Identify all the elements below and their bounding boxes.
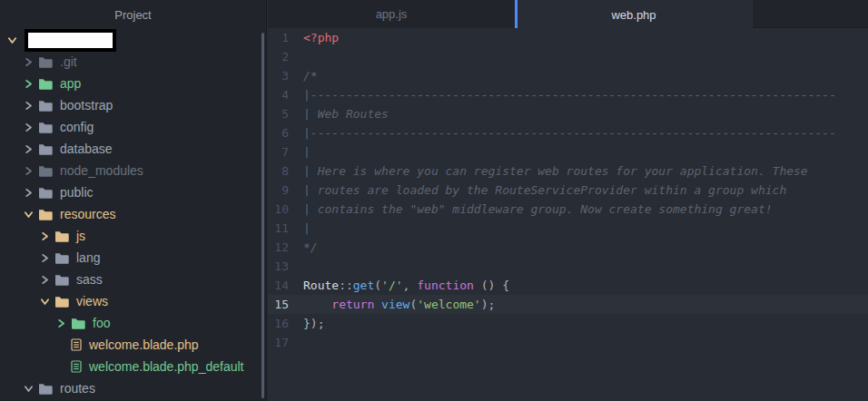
folder-icon (38, 122, 53, 133)
code-line-13[interactable]: 13 (268, 257, 868, 276)
line-number[interactable]: 8 (268, 161, 303, 181)
line-number[interactable]: 16 (268, 314, 303, 333)
tree-item-project-root[interactable] (0, 29, 266, 51)
code-line-5[interactable]: 5| Web Routes (268, 104, 868, 123)
line-number[interactable]: 6 (268, 123, 303, 142)
chevron-right-icon[interactable] (24, 57, 33, 66)
code-line-1[interactable]: 1<?php (268, 28, 868, 47)
chevron-right-icon[interactable] (56, 318, 65, 328)
tree-item-label: welcome.blade.php (89, 337, 199, 352)
chevron-down-icon[interactable] (24, 210, 33, 219)
folder-icon (54, 296, 69, 308)
tree-item-welcome-blade-php-default[interactable]: welcome.blade.php_default (0, 356, 266, 377)
tab-bar: app.js web.php (268, 0, 868, 28)
line-number[interactable]: 7 (268, 142, 303, 161)
code-line-text: Route::get('/', function () { (303, 276, 868, 295)
tree-item-database[interactable]: database (0, 138, 266, 160)
code-line-text (303, 333, 868, 352)
folder-icon (38, 209, 53, 220)
chevron-down-icon[interactable] (24, 384, 33, 393)
line-number[interactable]: 2 (268, 47, 303, 66)
chevron-down-icon[interactable] (40, 297, 49, 306)
tree-item-public[interactable]: public (0, 181, 266, 203)
code-line-8[interactable]: 8| Here is where you can register web ro… (268, 161, 868, 181)
code-line-16[interactable]: 16}); (268, 314, 868, 333)
tree-item-app[interactable]: app (0, 73, 266, 94)
chevron-spacer (56, 362, 65, 371)
code-line-7[interactable]: 7| (268, 142, 868, 161)
chevron-right-icon[interactable] (24, 79, 33, 88)
tab-label: web.php (611, 8, 656, 22)
code-line-text: | Here is where you can register web rou… (303, 161, 868, 181)
code-line-3[interactable]: 3/* (268, 66, 868, 85)
folder-icon (38, 143, 53, 155)
code-line-text: | (303, 142, 868, 161)
code-line-14[interactable]: 14Route::get('/', function () { (268, 276, 868, 295)
line-number[interactable]: 4 (268, 85, 303, 104)
tree-item-views[interactable]: views (0, 290, 266, 312)
chevron-right-icon[interactable] (24, 188, 33, 197)
chevron-right-icon[interactable] (24, 166, 33, 175)
code-line-12[interactable]: 12*/ (268, 238, 868, 257)
folder-icon (38, 56, 53, 68)
tree-item-routes[interactable]: routes (0, 377, 266, 399)
line-number[interactable]: 9 (268, 181, 303, 200)
line-number[interactable]: 15 (268, 295, 303, 314)
code-line-text: */ (303, 238, 868, 257)
code-line-2[interactable]: 2 (268, 47, 868, 66)
code-editor[interactable]: 1<?php23/*4|----------------------------… (268, 28, 868, 401)
line-number[interactable]: 13 (268, 257, 303, 276)
tree-item-sass[interactable]: sass (0, 269, 266, 290)
code-line-15[interactable]: 15 return view('welcome'); (268, 295, 868, 314)
folder-icon (54, 274, 69, 286)
code-line-6[interactable]: 6|--------------------------------------… (268, 123, 868, 142)
tree-item-lang[interactable]: lang (0, 247, 266, 269)
code-line-text (303, 257, 868, 276)
line-number[interactable]: 10 (268, 200, 303, 219)
tree-item-js[interactable]: js (0, 225, 266, 247)
folder-icon (38, 78, 53, 90)
code-line-17[interactable]: 17 (268, 333, 868, 352)
chevron-right-icon[interactable] (40, 275, 49, 284)
tree-item-label: welcome.blade.php_default (89, 359, 243, 374)
code-line-9[interactable]: 9| routes are loaded by the RouteService… (268, 181, 868, 200)
tree-item-resources[interactable]: resources (0, 203, 266, 225)
tree-item-welcome-blade-php[interactable]: welcome.blade.php (0, 334, 266, 356)
tree-item-label: resources (60, 207, 115, 221)
line-number[interactable]: 14 (268, 276, 303, 295)
line-number[interactable]: 11 (268, 219, 303, 238)
chevron-right-icon[interactable] (40, 231, 49, 240)
line-number[interactable]: 5 (268, 104, 303, 123)
code-line-text: return view('welcome'); (303, 295, 868, 314)
line-number[interactable]: 3 (268, 66, 303, 85)
chevron-right-icon[interactable] (24, 122, 33, 132)
tree-item-label: .git (60, 54, 77, 69)
code-line-10[interactable]: 10| contains the "web" middleware group.… (268, 200, 868, 219)
active-tab-accent (515, 0, 518, 29)
code-line-11[interactable]: 11| (268, 219, 868, 238)
tree-item-config[interactable]: config (0, 116, 266, 138)
project-panel-title: Project (0, 0, 266, 29)
tree-item-foo[interactable]: foo (0, 312, 266, 334)
tree-item-label: bootstrap (60, 98, 113, 112)
tree-scrollbar[interactable] (261, 33, 264, 398)
tree-item-label: routes (60, 381, 95, 396)
line-number[interactable]: 1 (268, 28, 303, 47)
chevron-right-icon[interactable] (40, 253, 49, 262)
tab-web-php[interactable]: web.php (515, 0, 753, 29)
line-number[interactable]: 12 (268, 238, 303, 257)
tree-item-bootstrap[interactable]: bootstrap (0, 94, 266, 116)
code-line-text: }); (303, 314, 868, 333)
code-line-text: | contains the "web" middleware group. N… (303, 200, 868, 219)
code-line-4[interactable]: 4|--------------------------------------… (268, 85, 868, 104)
line-number[interactable]: 17 (268, 333, 303, 352)
chevron-down-icon[interactable] (7, 35, 16, 44)
chevron-right-icon[interactable] (24, 101, 33, 110)
tab-app-js[interactable]: app.js (268, 0, 515, 28)
tree-item--git[interactable]: .git (0, 51, 266, 73)
project-root-name-redacted[interactable] (25, 29, 116, 52)
file-tree: .gitappbootstrapconfigdatabasenode_modul… (0, 29, 266, 399)
tree-item-node-modules[interactable]: node_modules (0, 160, 266, 181)
folder-icon (38, 383, 53, 395)
chevron-right-icon[interactable] (24, 144, 33, 153)
